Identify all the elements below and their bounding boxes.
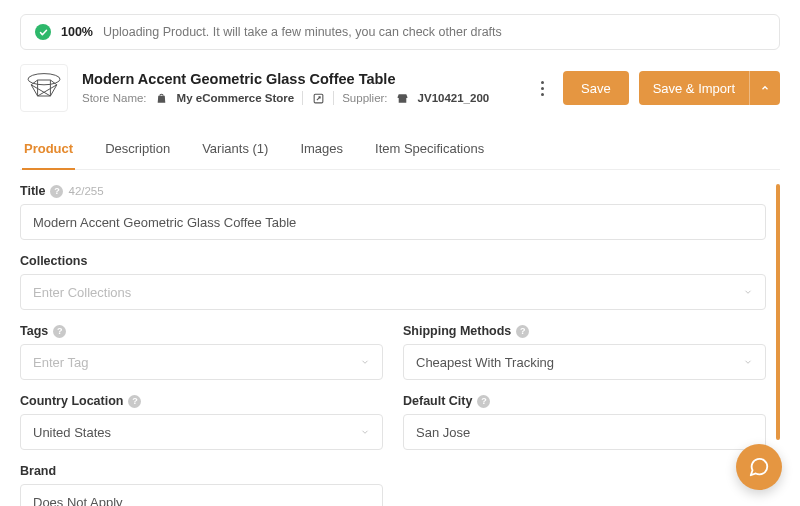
tab-bar: Product Description Variants (1) Images …: [20, 130, 488, 169]
city-help-icon[interactable]: ?: [477, 395, 490, 408]
country-location-value: United States: [33, 425, 111, 440]
title-char-count: 42/255: [68, 185, 103, 197]
tab-variants[interactable]: Variants (1): [200, 131, 270, 170]
tab-product[interactable]: Product: [22, 131, 75, 170]
shipping-help-icon[interactable]: ?: [516, 325, 529, 338]
upload-status-banner: 100% Uploading Product. It will take a f…: [20, 14, 780, 50]
upload-message: Uploading Product. It will take a few mi…: [103, 25, 502, 39]
save-and-import-dropdown[interactable]: [749, 71, 780, 105]
svg-marker-1: [31, 80, 57, 96]
default-city-input[interactable]: [403, 414, 766, 450]
tab-description[interactable]: Description: [103, 131, 172, 170]
chevron-down-icon: [743, 357, 753, 367]
supplier-label: Supplier:: [342, 92, 387, 104]
collections-label: Collections: [20, 254, 87, 268]
save-button[interactable]: Save: [563, 71, 629, 105]
brand-label: Brand: [20, 464, 56, 478]
tab-item-specifications[interactable]: Item Specifications: [373, 131, 486, 170]
product-header: Modern Accent Geometric Glass Coffee Tab…: [20, 64, 780, 112]
tags-placeholder: Enter Tag: [33, 355, 88, 370]
shipping-methods-value: Cheapest With Tracking: [416, 355, 554, 370]
shipping-methods-select[interactable]: Cheapest With Tracking: [403, 344, 766, 380]
tags-select[interactable]: Enter Tag: [20, 344, 383, 380]
brand-input[interactable]: [20, 484, 383, 506]
product-title-heading: Modern Accent Geometric Glass Coffee Tab…: [82, 71, 519, 87]
country-help-icon[interactable]: ?: [128, 395, 141, 408]
tab-images[interactable]: Images: [298, 131, 345, 170]
title-label: Title: [20, 184, 45, 198]
open-external-icon[interactable]: [311, 91, 325, 105]
store-bag-icon: [155, 91, 169, 105]
tags-help-icon[interactable]: ?: [53, 325, 66, 338]
title-label-row: Title ? 42/255: [20, 184, 766, 198]
tags-label: Tags: [20, 324, 48, 338]
chevron-down-icon: [360, 427, 370, 437]
country-location-label: Country Location: [20, 394, 123, 408]
collections-select[interactable]: Enter Collections: [20, 274, 766, 310]
chat-support-button[interactable]: [736, 444, 782, 490]
store-name-value: My eCommerce Store: [177, 92, 295, 104]
supplier-store-icon: [396, 91, 410, 105]
title-input[interactable]: [20, 204, 766, 240]
store-name-label: Store Name:: [82, 92, 147, 104]
scroll-indicator[interactable]: [776, 184, 780, 440]
more-actions-menu[interactable]: [533, 77, 553, 100]
save-and-import-button[interactable]: Save & Import: [639, 71, 749, 105]
shipping-methods-label: Shipping Methods: [403, 324, 511, 338]
default-city-label: Default City: [403, 394, 472, 408]
country-location-select[interactable]: United States: [20, 414, 383, 450]
separator: [333, 91, 334, 105]
supplier-code: JV10421_200: [418, 92, 490, 104]
chevron-down-icon: [360, 357, 370, 367]
collections-placeholder: Enter Collections: [33, 285, 131, 300]
product-thumbnail: [20, 64, 68, 112]
upload-percent: 100%: [61, 25, 93, 39]
success-check-icon: [35, 24, 51, 40]
separator: [302, 91, 303, 105]
title-help-icon[interactable]: ?: [50, 185, 63, 198]
chevron-down-icon: [743, 287, 753, 297]
